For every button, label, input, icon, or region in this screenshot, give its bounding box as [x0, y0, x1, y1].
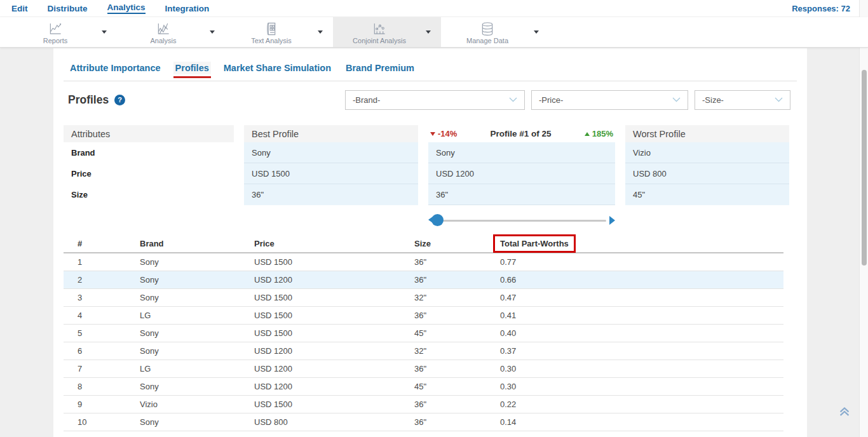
chevron-down-icon[interactable]: [318, 30, 323, 34]
table-cell: Sony: [140, 328, 254, 338]
slider-track[interactable]: [433, 220, 606, 222]
table-cell: 0.37: [500, 346, 783, 356]
database-icon: [479, 22, 496, 36]
responses-count[interactable]: Responses: 72: [792, 4, 868, 13]
table-cell: USD 1500: [254, 311, 414, 320]
table-cell: Sony: [140, 293, 254, 302]
table-cell: 10: [64, 417, 140, 427]
worst-profile-size: 45": [625, 184, 789, 205]
table-cell: 4: [64, 311, 140, 320]
table-row[interactable]: 2SonyUSD 120036"0.66: [64, 271, 783, 289]
down-triangle-icon: [430, 132, 435, 136]
table-row[interactable]: 10SonyUSD 80036"0.14: [64, 413, 783, 431]
table-cell: 36": [414, 400, 500, 409]
table-cell: 0.66: [500, 275, 783, 285]
table-cell: LG: [140, 364, 254, 373]
current-profile-header: -14% Profile #1 of 25 185%: [428, 125, 615, 142]
help-icon[interactable]: ?: [114, 95, 125, 105]
annotation-box: Total Part-Worths: [493, 234, 576, 253]
table-cell: USD 1500: [254, 400, 414, 409]
multi-line-chart-icon: [155, 22, 172, 36]
table-row[interactable]: 6SonyUSD 120032"0.37: [64, 342, 783, 360]
chevron-down-icon[interactable]: [210, 30, 215, 34]
analytics-toolbar: Reports Analysis Text Analysi: [0, 17, 868, 48]
current-profile-column: -14% Profile #1 of 25 185% Sony USD 1200…: [428, 125, 615, 227]
table-cell: Sony: [140, 382, 254, 391]
tab-market-share-simulation[interactable]: Market Share Simulation: [222, 62, 333, 74]
table-cell: 32": [414, 293, 500, 302]
current-profile-price: USD 1200: [428, 163, 615, 184]
nav-item-integration[interactable]: Integration: [165, 4, 210, 13]
profiles-table: # Brand Price Size Total Part-Worths 1So…: [64, 234, 783, 437]
profile-comparison: Attributes Brand Price Size Best Profile…: [64, 125, 797, 227]
table-cell: 0.77: [500, 257, 783, 267]
chevron-down-icon[interactable]: [102, 30, 107, 34]
table-row[interactable]: 8SonyUSD 120045"0.30: [64, 378, 783, 396]
column-header-number: #: [64, 239, 140, 248]
chevron-down-icon[interactable]: [534, 30, 539, 34]
vertical-scrollbar[interactable]: [859, 0, 868, 437]
table-cell: 5: [64, 328, 140, 338]
profile-slider[interactable]: [428, 214, 615, 227]
column-header-size: Size: [414, 239, 500, 248]
slider-right-arrow-icon[interactable]: [609, 216, 615, 225]
toolbar-item-reports[interactable]: Reports: [9, 17, 117, 47]
worst-profile-price: USD 800: [625, 163, 789, 184]
toolbar-item-label: Analysis: [151, 37, 177, 44]
chevron-down-icon: [509, 97, 517, 102]
best-profile-header: Best Profile: [244, 125, 418, 142]
loss-vs-best: -14%: [430, 129, 457, 138]
toolbar-item-conjoint-analysis[interactable]: Conjoint Analysis: [333, 17, 441, 47]
table-row[interactable]: 4LGUSD 150036"0.41: [64, 307, 783, 325]
table-row[interactable]: 5SonyUSD 150045"0.40: [64, 325, 783, 342]
table-cell: USD 1200: [254, 364, 414, 373]
table-cell: 6: [64, 346, 140, 356]
table-cell: USD 1500: [254, 257, 414, 267]
chevron-down-icon[interactable]: [426, 30, 431, 34]
top-bar: Edit Distribute Analytics Integration Re…: [0, 0, 868, 48]
toolbar-item-manage-data[interactable]: Manage Data: [441, 17, 549, 47]
nav-item-analytics[interactable]: Analytics: [107, 3, 146, 14]
worst-profile-header: Worst Profile: [625, 125, 789, 142]
attribute-label-price: Price: [64, 163, 234, 184]
toolbar-item-text-analysis[interactable]: Text Analysis: [225, 17, 333, 47]
current-profile-brand: Sony: [428, 142, 615, 163]
tab-attribute-importance[interactable]: Attribute Importance: [68, 62, 163, 74]
table-row[interactable]: 7LGUSD 120036"0.30: [64, 360, 783, 378]
table-row[interactable]: 9VizioUSD 150036"0.22: [64, 396, 783, 413]
attributes-header: Attributes: [64, 125, 234, 142]
size-filter-select[interactable]: -Size-: [695, 90, 790, 110]
size-filter-value: -Size-: [702, 95, 724, 105]
best-profile-size: 36": [244, 184, 418, 205]
table-cell: 2: [64, 275, 140, 285]
table-cell: 0.40: [500, 328, 783, 338]
chevron-down-icon: [672, 97, 681, 102]
table-cell: LG: [140, 311, 254, 320]
table-row[interactable]: 11LGUSD 150032"0.12: [64, 431, 783, 437]
table-row[interactable]: 1SonyUSD 150036"0.77: [64, 253, 783, 271]
nav-item-edit[interactable]: Edit: [11, 4, 28, 13]
toolbar-item-label: Text Analysis: [251, 37, 292, 44]
table-cell: USD 1200: [254, 346, 414, 356]
content-card: Attribute Importance Profiles Market Sha…: [53, 48, 807, 437]
best-profile-brand: Sony: [244, 142, 418, 163]
slider-handle[interactable]: [431, 214, 444, 226]
conjoint-sub-tabs: Attribute Importance Profiles Market Sha…: [64, 48, 797, 81]
table-cell: Sony: [140, 257, 254, 267]
scroll-to-top-button[interactable]: [837, 404, 851, 420]
price-filter-select[interactable]: -Price-: [531, 90, 688, 110]
table-cell: USD 1200: [254, 382, 414, 391]
table-header-row: # Brand Price Size Total Part-Worths: [64, 234, 783, 253]
nav-item-distribute[interactable]: Distribute: [48, 4, 88, 13]
table-row[interactable]: 3SonyUSD 150032"0.47: [64, 289, 783, 307]
scrollbar-thumb[interactable]: [862, 70, 867, 266]
tab-brand-premium[interactable]: Brand Premium: [344, 62, 416, 74]
column-header-total-part-worths: Total Part-Worths: [500, 239, 569, 248]
table-cell: 36": [414, 311, 500, 320]
brand-filter-select[interactable]: -Brand-: [345, 90, 525, 110]
toolbar-item-label: Conjoint Analysis: [353, 37, 406, 44]
page-title: Profiles: [68, 93, 109, 107]
tab-profiles[interactable]: Profiles: [173, 62, 211, 74]
table-cell: 0.30: [500, 382, 783, 391]
toolbar-item-analysis[interactable]: Analysis: [117, 17, 225, 47]
